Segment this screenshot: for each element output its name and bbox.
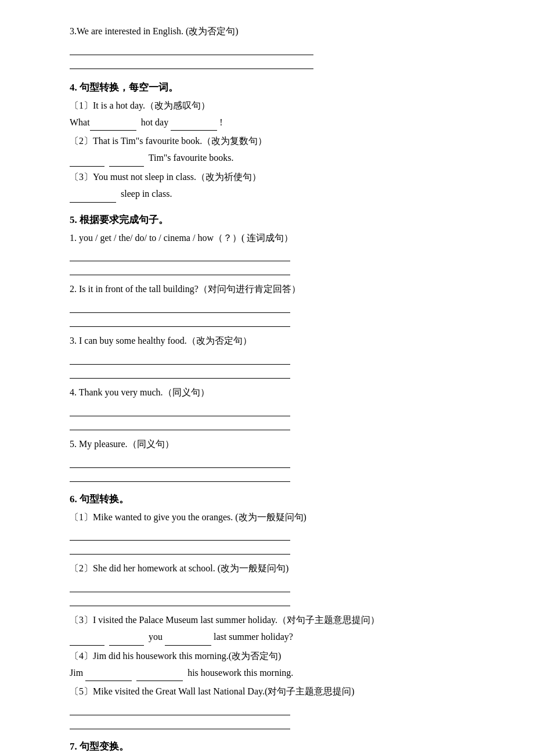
answer-line-2 — [70, 56, 313, 69]
answer-line — [70, 593, 290, 606]
section6-item1-lines — [70, 528, 464, 555]
section4-item2-blank1 — [70, 156, 104, 167]
answer-line — [70, 528, 290, 541]
section-7-title: 7. 句型变换。 — [70, 740, 464, 753]
section4-item1-blank2 — [171, 120, 217, 131]
answer-line — [70, 417, 290, 430]
prev-question-answer-lines — [70, 42, 464, 69]
section-5-title: 5. 根据要求完成句子。 — [70, 213, 464, 226]
section6-item-3: 〔3〕I visited the Palace Museum last summ… — [70, 612, 464, 646]
section6-item3-blank1 — [70, 635, 104, 646]
section4-item-3: 〔3〕You must not sleep in class.（改为祈使句） s… — [70, 169, 464, 203]
answer-line — [70, 717, 290, 729]
section6-item5-lines — [70, 703, 464, 729]
section5-item3-lines — [70, 352, 464, 379]
section4-item1-suffix: ! — [219, 117, 222, 127]
section-6-title: 6. 句型转换。 — [70, 492, 464, 506]
answer-line — [70, 314, 290, 327]
section6-item3-blank2 — [109, 635, 144, 646]
section4-item1-middle: hot day — [141, 117, 169, 127]
section4-item1-prefix: What — [70, 117, 90, 127]
section6-item-5: 〔5〕Mike visited the Great Wall last Nati… — [70, 683, 464, 729]
section-7: 7. 句型变换。 〔1〕I like grapes.（改为否定句） I like… — [70, 740, 464, 756]
section6-item-4: 〔4〕Jim did his housework this morning.(改… — [70, 648, 464, 682]
answer-line — [70, 300, 290, 313]
section-5: 5. 根据要求完成句子。 1. you / get / the/ do/ to … — [70, 213, 464, 482]
section4-item-2: 〔2〕That is Tim"s favourite book.（改为复数句） … — [70, 133, 464, 167]
section5-item-4: 4. Thank you very much.（同义句） — [70, 384, 464, 430]
section5-item2-lines — [70, 300, 464, 327]
section4-item-1: 〔1〕It is a hot day.（改为感叹句） What hot day … — [70, 98, 464, 131]
section-4: 4. 句型转换，每空一词。 〔1〕It is a hot day.（改为感叹句）… — [70, 81, 464, 203]
answer-line — [70, 404, 290, 416]
section-6: 6. 句型转换。 〔1〕Mike wanted to give you the … — [70, 492, 464, 730]
answer-line — [70, 703, 290, 715]
section5-item4-lines — [70, 404, 464, 430]
section5-item-2: 2. Is it in front of the tall building?（… — [70, 281, 464, 327]
section6-item3-blank3 — [165, 635, 211, 646]
answer-line — [70, 579, 290, 592]
section6-item4-blank1 — [85, 671, 132, 681]
prev-question: 3.We are interested in English. (改为否定句) — [70, 23, 464, 69]
section-4-title: 4. 句型转换，每空一词。 — [70, 81, 464, 94]
answer-line — [70, 352, 290, 365]
section5-item1-lines — [70, 249, 464, 275]
answer-line — [70, 469, 290, 482]
prev-question-text: 3.We are interested in English. (改为否定句) — [70, 23, 464, 40]
section5-item-5: 5. My pleasure.（同义句） — [70, 436, 464, 482]
section6-item-1: 〔1〕Mike wanted to give you the oranges. … — [70, 509, 464, 555]
section5-item-3: 3. I can buy some healthy food.（改为否定句） — [70, 333, 464, 379]
section6-item2-lines — [70, 579, 464, 606]
answer-line — [70, 542, 290, 555]
section6-item-2: 〔2〕She did her homework at school. (改为一般… — [70, 560, 464, 606]
answer-line — [70, 455, 290, 468]
section4-item3-blank1 — [70, 192, 116, 203]
section4-item2-blank2 — [109, 156, 144, 167]
section4-item1-blank1 — [90, 120, 136, 131]
section5-item-1: 1. you / get / the/ do/ to / cinema / ho… — [70, 230, 464, 276]
answer-line — [70, 249, 290, 261]
section5-item5-lines — [70, 455, 464, 482]
answer-line — [70, 262, 290, 275]
answer-line — [70, 366, 290, 379]
answer-line-1 — [70, 42, 313, 55]
section6-item4-blank2 — [136, 671, 183, 681]
